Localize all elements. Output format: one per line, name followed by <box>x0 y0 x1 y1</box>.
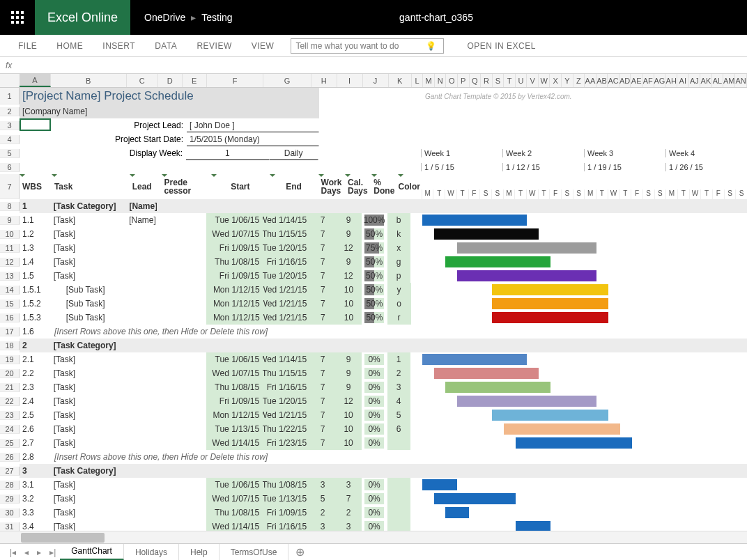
pct-done[interactable]: 0% <box>362 408 387 422</box>
lead[interactable]: [Name] <box>126 199 157 213</box>
end-date[interactable]: Wed 1/14/15 <box>263 352 310 366</box>
row-header-25[interactable]: 25 <box>0 439 20 448</box>
start-date[interactable]: Fri 1/09/15 <box>206 394 263 408</box>
end-date[interactable]: Wed 1/21/15 <box>263 311 311 325</box>
cal-days[interactable]: 10 <box>336 436 362 450</box>
wbs[interactable]: 1.5.2 <box>20 297 51 311</box>
col-header-Q[interactable]: Q <box>470 74 482 87</box>
sheet-nav-next[interactable]: ▸ <box>33 547 45 557</box>
lead[interactable] <box>127 283 158 297</box>
pct-done[interactable]: 0% <box>362 422 387 436</box>
ribbon-tab-insert[interactable]: INSERT <box>93 35 145 57</box>
col-header-AJ[interactable]: AJ <box>689 74 701 87</box>
row-header-16[interactable]: 16 <box>0 313 20 322</box>
task[interactable]: [Task] <box>51 422 126 436</box>
wbs[interactable]: 3.2 <box>20 492 51 506</box>
pct-done[interactable]: 0% <box>362 436 387 450</box>
lead[interactable] <box>126 241 157 255</box>
work-days[interactable]: 7 <box>310 394 336 408</box>
lead[interactable]: [Name] <box>126 213 157 227</box>
col-header-T[interactable]: T <box>504 74 516 87</box>
row-header-15[interactable]: 15 <box>0 300 20 309</box>
end-date[interactable]: Wed 1/21/15 <box>263 297 311 311</box>
start-date[interactable]: Wed 1/07/15 <box>206 366 263 380</box>
end-date[interactable]: Fri 1/16/15 <box>263 255 310 269</box>
col-header-AC[interactable]: AC <box>608 74 619 87</box>
lead[interactable] <box>126 352 157 366</box>
task[interactable]: [Task] <box>51 241 126 255</box>
col-header-AK[interactable]: AK <box>700 74 712 87</box>
row-header-1[interactable]: 1 <box>0 88 20 104</box>
wbs[interactable]: 1.5.3 <box>20 311 51 325</box>
row-header-3[interactable]: 3 <box>0 121 20 130</box>
task[interactable]: [Task] <box>51 227 126 241</box>
pct-done[interactable]: 50% <box>362 255 387 269</box>
color-code[interactable] <box>387 506 410 520</box>
pct-done[interactable]: 50% <box>362 283 387 297</box>
end-date[interactable]: Tue 1/20/15 <box>263 241 310 255</box>
app-launcher-icon[interactable] <box>0 0 35 35</box>
col-head-lead[interactable]: Lead <box>130 174 162 199</box>
task[interactable]: [Task] <box>51 255 126 269</box>
formula-bar[interactable]: fx <box>0 57 747 74</box>
ribbon-tab-review[interactable]: REVIEW <box>187 35 241 57</box>
wbs[interactable]: 1.1 <box>20 213 51 227</box>
row-header-8[interactable]: 8 <box>0 202 20 211</box>
row-header-31[interactable]: 31 <box>0 522 20 531</box>
col-header-AH[interactable]: AH <box>665 74 677 87</box>
lead[interactable] <box>127 311 158 325</box>
display-week-value[interactable]: 1 <box>186 146 270 160</box>
row-header-11[interactable]: 11 <box>0 244 20 253</box>
row-header-24[interactable]: 24 <box>0 425 20 434</box>
col-head-pct[interactable]: % Done <box>371 174 398 199</box>
project-start-label[interactable]: Project Start Date: <box>52 132 187 146</box>
col-header-F[interactable]: F <box>207 74 264 87</box>
row-header-27[interactable]: 27 <box>0 467 20 476</box>
end-date[interactable]: Fri 1/16/15 <box>263 380 310 394</box>
pct-done[interactable]: 0% <box>362 478 387 492</box>
cal-days[interactable]: 9 <box>336 380 362 394</box>
col-header-W[interactable]: W <box>539 74 550 87</box>
sheet-tab-holidays[interactable]: Holidays <box>124 544 179 561</box>
wbs[interactable]: 1 <box>20 199 51 213</box>
ribbon-tab-view[interactable]: VIEW <box>242 35 284 57</box>
col-header-H[interactable]: H <box>311 74 337 87</box>
end-date[interactable]: Wed 1/21/15 <box>263 283 311 297</box>
end-date[interactable]: Thu 1/22/15 <box>263 422 310 436</box>
task[interactable]: [Task] <box>51 506 126 520</box>
work-days[interactable]: 7 <box>310 380 336 394</box>
pct-done[interactable]: 50% <box>362 269 387 283</box>
col-header-L[interactable]: L <box>412 74 424 87</box>
project-lead-label[interactable]: Project Lead: <box>52 118 187 132</box>
task[interactable]: [Task] <box>51 352 126 366</box>
end-date[interactable]: Fri 1/09/15 <box>263 506 310 520</box>
copyright-note[interactable]: Gantt Chart Template © 2015 by Vertex42.… <box>422 88 701 104</box>
pct-done[interactable]: 0% <box>362 380 387 394</box>
color-code[interactable] <box>387 478 410 492</box>
work-days[interactable]: 7 <box>310 241 336 255</box>
row-header-20[interactable]: 20 <box>0 369 20 378</box>
start-date[interactable]: Thu 1/08/15 <box>206 255 263 269</box>
color-code[interactable]: 5 <box>387 408 410 422</box>
cal-days[interactable]: 9 <box>336 255 362 269</box>
lead[interactable] <box>126 394 157 408</box>
project-title[interactable]: [Project Name] Project Schedule <box>20 88 319 104</box>
start-date[interactable]: Mon 1/12/15 <box>206 283 263 297</box>
work-days[interactable]: 7 <box>310 213 336 227</box>
col-header-P[interactable]: P <box>458 74 470 87</box>
col-head-task[interactable]: Task <box>52 174 130 199</box>
work-days[interactable]: 7 <box>310 269 336 283</box>
end-date[interactable]: Thu 1/15/15 <box>263 366 310 380</box>
lead[interactable] <box>126 269 157 283</box>
start-date[interactable]: Tue 1/06/15 <box>206 213 263 227</box>
open-in-excel-button[interactable]: OPEN IN EXCEL <box>457 35 546 57</box>
task[interactable]: [Task Category] <box>51 339 127 352</box>
wbs[interactable]: 1.6 <box>20 325 52 339</box>
pct-done[interactable]: 0% <box>362 506 387 520</box>
row-header-12[interactable]: 12 <box>0 258 20 267</box>
cal-days[interactable]: 7 <box>336 492 362 506</box>
color-code[interactable]: o <box>387 297 410 311</box>
cal-days[interactable]: 12 <box>336 241 362 255</box>
task[interactable]: [Task] <box>51 213 126 227</box>
cal-days[interactable]: 10 <box>336 311 362 325</box>
